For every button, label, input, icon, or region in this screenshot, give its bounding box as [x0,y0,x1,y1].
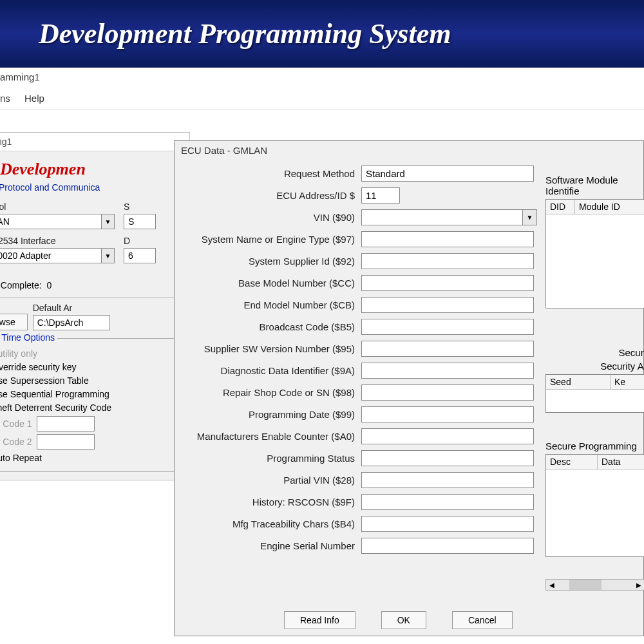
scroll-left-icon[interactable]: ◀ [546,580,558,590]
col-seed[interactable]: Seed [546,375,611,390]
opt-override-security[interactable]: Override security key [0,362,176,372]
supplier-sw-label: Supplier SW Version Number ($95) [175,343,361,354]
system-name-input[interactable] [361,231,534,247]
partial-vin-label: Partial VIN ($28) [175,475,361,486]
vin-combo[interactable]: ▼ [361,209,537,225]
development-heading: Developmen [0,160,86,179]
security-code-1-input[interactable] [37,416,95,431]
col-module-id[interactable]: Module ID [575,200,644,214]
prog-status-input[interactable] [361,450,534,466]
system-name-label: System Name or Engine Type ($97) [175,234,361,245]
protocol-value[interactable] [0,215,101,228]
menu-item-help[interactable]: Help [24,93,44,104]
banner-title: Development Programming System [39,17,451,50]
interface-value[interactable] [0,249,101,262]
window-titlebar: amming1 [0,68,644,90]
broadcast-label: Broadcast Code ($B5) [175,321,361,332]
protocol-subtitle: Protocol and Communica [0,182,182,193]
opt-sequential[interactable]: Use Sequential Programming [0,389,176,399]
partial-vin-input[interactable] [361,472,534,488]
history-input[interactable] [361,494,534,510]
security-label-1: Securi [545,347,644,358]
software-module-panel: Software Module Identifie DID Module ID [545,175,644,308]
protocol-label: Protocol [0,202,115,212]
programming-window-title: ramming1 [0,133,189,151]
opt-auto-repeat[interactable]: Auto Repeat [0,453,176,463]
horizontal-scrollbar[interactable]: ◀ ▶ [545,579,644,591]
supplier-sw-input[interactable] [361,341,534,357]
spd-table[interactable]: Desc Data [545,454,644,557]
percent-value: 0 [46,280,52,290]
scroll-thumb[interactable] [569,580,601,590]
app-banner: Development Programming System [0,0,644,68]
end-model-label: End Model Number ($CB) [175,299,361,310]
col-key[interactable]: Ke [611,375,644,390]
browse-button[interactable]: Browse [0,314,28,330]
mfr-enable-label: Manufacturers Enable Counter ($A0) [175,431,361,442]
s-label: S [124,202,156,212]
read-info-button[interactable]: Read Info [284,611,355,629]
runtime-options-title: Run Time Options [0,332,57,343]
interface-combo[interactable]: ▼ [0,248,115,263]
secure-programming-panel: Secure Programming Desc Data [545,440,644,557]
chevron-down-icon[interactable]: ▼ [101,214,114,229]
security-code-2-input[interactable] [37,434,95,450]
prog-date-label: Programming Date ($99) [175,409,361,420]
security-code-2-label: curity Code 2 [0,437,32,447]
ecu-data-dialog: ECU Data - GMLAN Request Method ECU Addr… [174,140,644,636]
security-code-1-label: curity Code 1 [0,419,32,429]
protocol-combo[interactable]: ▼ [0,214,115,229]
programming-window: ramming1 GM Developmen Protocol and Comm… [0,132,190,480]
col-did[interactable]: DID [546,200,575,214]
d-combo[interactable] [124,248,156,263]
archive-path-input[interactable] [33,315,110,330]
security-label-2: Security Al [545,361,644,372]
opt-theft-deterrent[interactable]: Theft Deterrent Security Code [0,402,176,413]
smi-table[interactable]: DID Module ID [545,199,644,308]
ok-button[interactable]: OK [381,611,426,629]
percent-label: ercent Complete: [0,280,42,290]
security-table[interactable]: Seed Ke [545,374,644,413]
archive-label: Default Ar [33,303,110,313]
mfg-trace-label: Mfg Traceability Chars ($B4) [175,518,361,529]
broadcast-input[interactable] [361,319,534,335]
mfg-trace-input[interactable] [361,516,534,532]
request-method-label: Request Method [175,168,361,179]
system-supplier-input[interactable] [361,253,534,269]
engine-serial-label: Engine Serial Number [175,540,361,551]
system-supplier-label: System Supplier Id ($92) [175,256,361,267]
menu-item-options[interactable]: ns [0,93,10,104]
diag-id-label: Diagnostic Data Identifier ($9A) [175,365,361,376]
request-method-input[interactable] [361,166,534,182]
ecu-address-input[interactable] [361,187,400,204]
spd-label: Secure Programming [545,440,644,451]
menu-bar: ns Help [0,90,644,109]
opt-run-utility: Run utility only [0,348,176,359]
end-model-input[interactable] [361,297,534,313]
cancel-button[interactable]: Cancel [452,611,513,629]
smi-label: Software Module Identifie [545,175,644,196]
percent-complete-row: ercent Complete: 0 E [0,280,182,290]
vin-input[interactable] [362,210,522,225]
diag-id-input[interactable] [361,363,534,379]
chevron-down-icon[interactable]: ▼ [522,210,536,225]
runtime-options-group: Run Time Options Run utility only Overri… [0,338,182,472]
scroll-right-icon[interactable]: ▶ [633,580,644,590]
history-label: History: RSCOSN ($9F) [175,497,361,507]
d-label: D [124,236,156,246]
prog-date-input[interactable] [361,406,534,422]
engine-serial-input[interactable] [361,538,534,554]
col-desc[interactable]: Desc [546,455,598,469]
opt-supersession[interactable]: Use Supersession Table [0,375,176,386]
mfr-enable-input[interactable] [361,428,534,444]
chevron-down-icon[interactable]: ▼ [101,249,114,263]
repair-shop-label: Repair Shop Code or SN ($98) [175,387,361,398]
ecu-dialog-title: ECU Data - GMLAN [175,141,643,160]
repair-shop-input[interactable] [361,384,534,401]
col-data[interactable]: Data [598,455,644,469]
interface-label: SAE J2534 Interface [0,236,115,246]
vin-label: VIN ($90) [175,212,361,223]
base-model-input[interactable] [361,275,534,291]
base-model-label: Base Model Number ($CC) [175,278,361,289]
s-combo[interactable] [124,214,156,229]
